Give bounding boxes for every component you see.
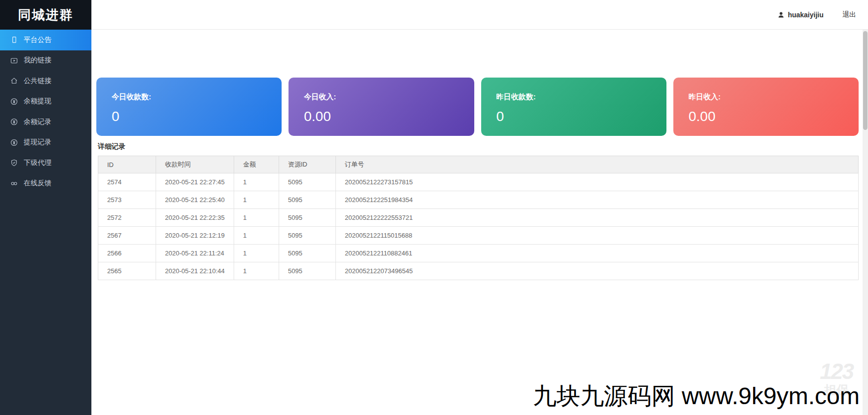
sidebar-item-label: 平台公告 [24,36,51,44]
table-cell: 1 [234,191,279,209]
sidebar-item-label: 我的链接 [24,56,51,65]
table-row: 25722020-05-21 22:22:3515095202005212222… [98,209,859,227]
stat-card-yesterday-count: 昨日收款数: 0 [481,78,666,136]
sidebar-item-label: 公共链接 [24,77,51,85]
top-bar: huakaiyijiu 退出 [91,0,868,30]
table-cell: 5095 [279,262,336,280]
table-cell: 2020052122273157815 [336,173,859,191]
sidebar-item-balance-withdraw[interactable]: 余额提现 [0,91,91,112]
column-header-id: ID [98,156,156,173]
table-cell: 5095 [279,209,336,227]
records-title: 详细记录 [98,142,125,151]
table-header-row: ID 收款时间 金额 资源ID 订单号 [98,156,859,173]
shield-check-icon [10,159,18,167]
table-cell: 5095 [279,173,336,191]
table-cell: 5095 [279,245,336,262]
table-row: 25672020-05-21 22:12:1915095202005212211… [98,227,859,245]
sidebar-item-platform-announcement[interactable]: 平台公告 [0,30,91,50]
table-cell: 1 [234,262,279,280]
sidebar-item-online-feedback[interactable]: 在线反馈 [0,173,91,194]
stat-label: 昨日收款数: [496,92,666,102]
sidebar-item-withdraw-records[interactable]: 提现记录 [0,132,91,153]
stat-cards: 今日收款数: 0 今日收入: 0.00 昨日收款数: 0 昨日收入: 0.00 [96,78,859,136]
stat-card-yesterday-income: 昨日收入: 0.00 [673,78,859,136]
sidebar-item-balance-records[interactable]: 余额记录 [0,112,91,132]
records-table-body: 25742020-05-21 22:27:4515095202005212227… [98,173,859,280]
table-cell: 2020052122073496545 [336,262,859,280]
stat-label: 今日收入: [304,92,474,102]
table-cell: 1 [234,209,279,227]
table-cell: 2567 [98,227,156,245]
sidebar-item-label: 余额提现 [24,97,51,106]
stat-card-today-income: 今日收入: 0.00 [289,78,474,136]
scrollbar-thumb[interactable] [863,31,868,130]
sidebar-item-public-links[interactable]: 公共链接 [0,71,91,91]
table-cell: 2020052122222553721 [336,209,859,227]
sidebar-item-my-links[interactable]: 我的链接 [0,50,91,71]
column-header-resource-id: 资源ID [279,156,336,173]
table-row: 25652020-05-21 22:10:4415095202005212207… [98,262,859,280]
table-cell: 2565 [98,262,156,280]
table-cell: 2572 [98,209,156,227]
stat-value: 0 [496,109,666,124]
sidebar-item-label: 在线反馈 [24,179,51,188]
announcement-icon [10,36,18,44]
app-logo: 同城进群 [0,0,91,30]
table-cell: 2020-05-21 22:27:45 [156,173,234,191]
vertical-scrollbar[interactable] [863,30,868,415]
user-menu[interactable]: huakaiyijiu [777,11,824,19]
stat-label: 今日收款数: [112,92,282,102]
yen-circle-icon [10,138,18,147]
column-header-amount: 金额 [234,156,279,173]
table-cell: 2020-05-21 22:10:44 [156,262,234,280]
watermark-logo-line1: 123 [820,361,853,382]
table-cell: 2020052122115015688 [336,227,859,245]
stat-value: 0.00 [304,109,474,124]
table-cell: 1 [234,245,279,262]
sidebar-item-label: 提现记录 [24,138,51,147]
records-table-wrap: ID 收款时间 金额 资源ID 订单号 25742020-05-21 22:27… [98,156,859,280]
sidebar: 同城进群 平台公告 我的链接 公共链接 余额提现 余额记录 提现记录 [0,0,91,415]
logout-button[interactable]: 退出 [842,10,856,19]
records-table: ID 收款时间 金额 资源ID 订单号 25742020-05-21 22:27… [98,156,859,280]
table-cell: 1 [234,173,279,191]
main-content: 今日收款数: 0 今日收入: 0.00 昨日收款数: 0 昨日收入: 0.00 … [91,30,868,415]
stat-value: 0 [112,109,282,124]
table-row: 25662020-05-21 22:11:2415095202005212211… [98,245,859,262]
table-row: 25742020-05-21 22:27:4515095202005212227… [98,173,859,191]
table-cell: 2020052122251984354 [336,191,859,209]
site-watermark: 九块九源码网 www.9k9ym.com [533,380,860,412]
table-row: 25732020-05-21 22:25:4015095202005212225… [98,191,859,209]
table-cell: 2020052122110882461 [336,245,859,262]
table-cell: 5095 [279,191,336,209]
user-icon [777,11,785,19]
table-cell: 2566 [98,245,156,262]
column-header-order-no: 订单号 [336,156,859,173]
table-cell: 2020-05-21 22:12:19 [156,227,234,245]
table-cell: 5095 [279,227,336,245]
stat-label: 昨日收入: [689,92,859,102]
yen-circle-icon [10,97,18,106]
stat-card-today-count: 今日收款数: 0 [96,78,282,136]
table-cell: 2020-05-21 22:11:24 [156,245,234,262]
video-link-icon [10,56,18,65]
home-icon [10,77,18,85]
column-header-time: 收款时间 [156,156,234,173]
sidebar-item-sub-agents[interactable]: 下级代理 [0,153,91,173]
table-cell: 2020-05-21 22:22:35 [156,209,234,227]
table-cell: 2020-05-21 22:25:40 [156,191,234,209]
table-cell: 1 [234,227,279,245]
sidebar-item-label: 余额记录 [24,118,51,126]
table-cell: 2574 [98,173,156,191]
link-icon [10,179,18,188]
stat-value: 0.00 [689,109,859,124]
username: huakaiyijiu [788,11,824,19]
sidebar-item-label: 下级代理 [24,159,51,167]
yen-circle-icon [10,118,18,126]
table-cell: 2573 [98,191,156,209]
